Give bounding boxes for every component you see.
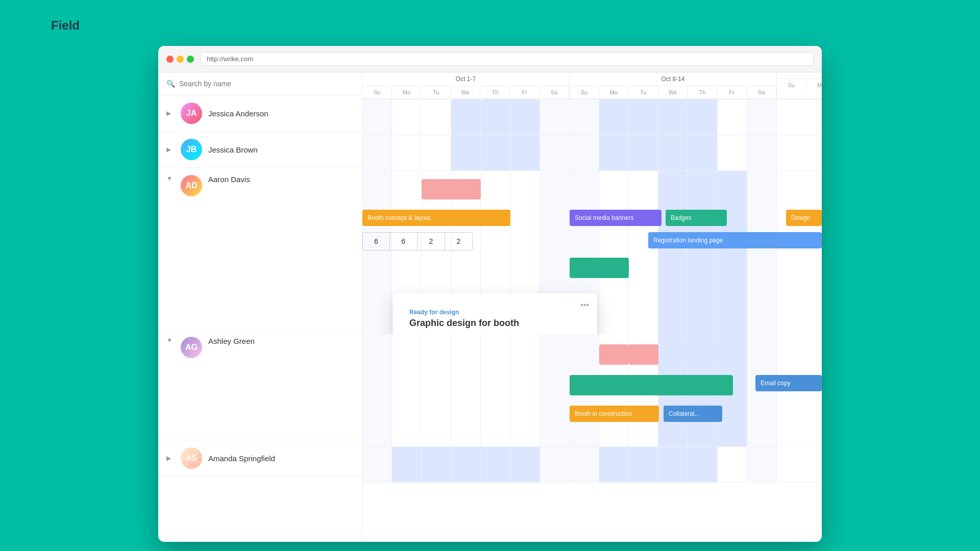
avatar: JB	[181, 139, 202, 160]
person-name: Jessica Anderson	[208, 109, 268, 118]
day-mo: Mo	[806, 79, 822, 91]
task-bar-social-media[interactable]: Social media banners	[570, 210, 662, 226]
gantt-rows: Booth concept & layout 6 6 2 2 Social me…	[362, 99, 822, 483]
day-th: Th	[480, 86, 510, 98]
aaron-davis-expanded: Booth concept & layout 6 6 2 2 Social me…	[362, 171, 822, 334]
week-label-3	[777, 72, 822, 79]
search-bar: 🔍	[158, 72, 362, 95]
chevron-icon: ▶	[166, 455, 175, 462]
gantt-row-jessica-anderson	[362, 99, 822, 135]
avatar: JA	[181, 103, 202, 124]
dot-green[interactable]	[187, 56, 194, 63]
week-label-2: Oct 8-14	[570, 72, 776, 86]
task-bar-design[interactable]: Design	[786, 210, 822, 226]
day-tu: Tu	[629, 86, 658, 98]
browser-window: http://wrike.com 🔍 ▶ JA Jessica Anderson…	[158, 46, 822, 542]
day-mo: Mo	[599, 86, 629, 98]
calendar-header: Oct 1-7 Su Mo Tu We Th Fr Sa Oc	[362, 72, 822, 99]
task-bar-teal-ashley[interactable]	[570, 375, 733, 395]
browser-chrome: http://wrike.com	[158, 46, 822, 72]
gantt-row-jessica-brown	[362, 135, 822, 171]
chevron-icon: ▶	[166, 146, 175, 153]
task-bar-booth-construction[interactable]: Booth in construction	[570, 406, 659, 422]
task-block-pink-ashley-1[interactable]	[599, 344, 629, 365]
dot-yellow[interactable]	[177, 56, 184, 63]
task-block-light-ashley	[658, 344, 688, 365]
number-boxes-row: 6 6 2 2	[362, 232, 473, 251]
logo-check-text: Check	[80, 18, 116, 32]
day-fr: Fr	[510, 86, 540, 98]
day-we: We	[451, 86, 481, 98]
logo-field-text: Field	[51, 18, 80, 32]
main-content: 🔍 ▶ JA Jessica Anderson ▶ JB Jessica Bro…	[158, 72, 822, 542]
avatar: AD	[181, 175, 202, 196]
person-name: Aaron Davis	[208, 175, 250, 184]
svg-marker-0	[27, 16, 45, 35]
more-options-icon[interactable]: •••	[580, 300, 589, 310]
day-sa: Sa	[540, 86, 569, 98]
task-bar-registration[interactable]: Registration landing page	[648, 232, 822, 248]
week-label-1: Oct 1-7	[362, 72, 569, 86]
popup-title: Graphic design for booth	[401, 318, 527, 335]
number-box-3[interactable]: 2	[418, 232, 445, 251]
chevron-icon: ▼	[166, 175, 175, 182]
day-fr: Fr	[717, 86, 747, 98]
day-tu: Tu	[422, 86, 451, 98]
person-name: Ashley Green	[208, 337, 255, 345]
number-box-4[interactable]: 2	[445, 232, 473, 251]
task-bar-badges[interactable]: Badges	[666, 210, 727, 226]
day-we: We	[658, 86, 688, 98]
day-su: Su	[570, 86, 599, 98]
number-box-1[interactable]: 6	[362, 232, 390, 251]
day-su: Su	[777, 79, 806, 91]
task-block-pink-1[interactable]	[422, 179, 481, 199]
chevron-icon: ▶	[166, 110, 175, 117]
search-input[interactable]	[179, 80, 354, 88]
avatar: AG	[181, 337, 202, 358]
task-bar-collateral[interactable]: Collateral...	[664, 406, 722, 422]
task-block-light-ashley-2	[688, 344, 718, 365]
task-bar-booth-concept[interactable]: Booth concept & layout	[362, 210, 510, 226]
week-headers: Oct 1-7 Su Mo Tu We Th Fr Sa Oc	[362, 72, 822, 99]
ashley-green-expanded: Email copy Booth in construction Collate…	[362, 334, 822, 447]
logo: FieldCheck	[26, 15, 116, 36]
address-bar[interactable]: http://wrike.com	[200, 52, 814, 66]
logo-icon	[26, 15, 46, 36]
sidebar-item-aaron-davis[interactable]: ▼ AD Aaron Davis	[158, 168, 362, 330]
day-su: Su	[362, 86, 392, 98]
gantt-row-amanda-springfield	[362, 447, 822, 483]
popup-status: Ready for design	[401, 300, 527, 318]
sidebar-item-jessica-anderson[interactable]: ▶ JA Jessica Anderson	[158, 95, 362, 132]
sidebar-item-amanda-springfield[interactable]: ▶ AS Amanda Springfield	[158, 440, 362, 477]
task-block-pink-ashley-2[interactable]	[629, 344, 658, 365]
chevron-icon: ▼	[166, 337, 175, 344]
person-name: Amanda Springfield	[208, 454, 275, 463]
task-block-teal[interactable]	[570, 258, 629, 278]
search-icon: 🔍	[166, 80, 175, 88]
day-th: Th	[688, 86, 717, 98]
top-bar: FieldCheck	[10, 10, 970, 41]
day-sa: Sa	[747, 86, 776, 98]
dot-red[interactable]	[166, 56, 174, 63]
avatar: AS	[181, 447, 202, 469]
sidebar: 🔍 ▶ JA Jessica Anderson ▶ JB Jessica Bro…	[158, 72, 362, 542]
sidebar-item-jessica-brown[interactable]: ▶ JB Jessica Brown	[158, 132, 362, 168]
task-bar-email-copy[interactable]: Email copy	[755, 375, 822, 391]
number-box-2[interactable]: 6	[390, 232, 418, 251]
gantt-area[interactable]: Oct 1-7 Su Mo Tu We Th Fr Sa Oc	[362, 72, 822, 542]
sidebar-item-ashley-green[interactable]: ▼ AG Ashley Green	[158, 330, 362, 440]
day-mo: Mo	[392, 86, 422, 98]
browser-dots	[166, 56, 194, 63]
person-name: Jessica Brown	[208, 145, 258, 154]
